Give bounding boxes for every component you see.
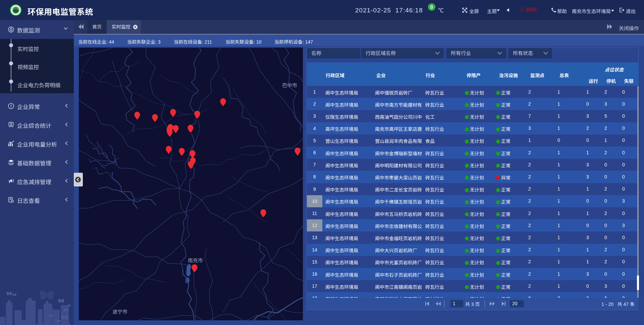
svg-text:南充市: 南充市	[188, 258, 203, 263]
svg-text:遂宁市: 遂宁市	[112, 309, 127, 315]
svg-text:巴中市: 巴中市	[282, 83, 297, 88]
